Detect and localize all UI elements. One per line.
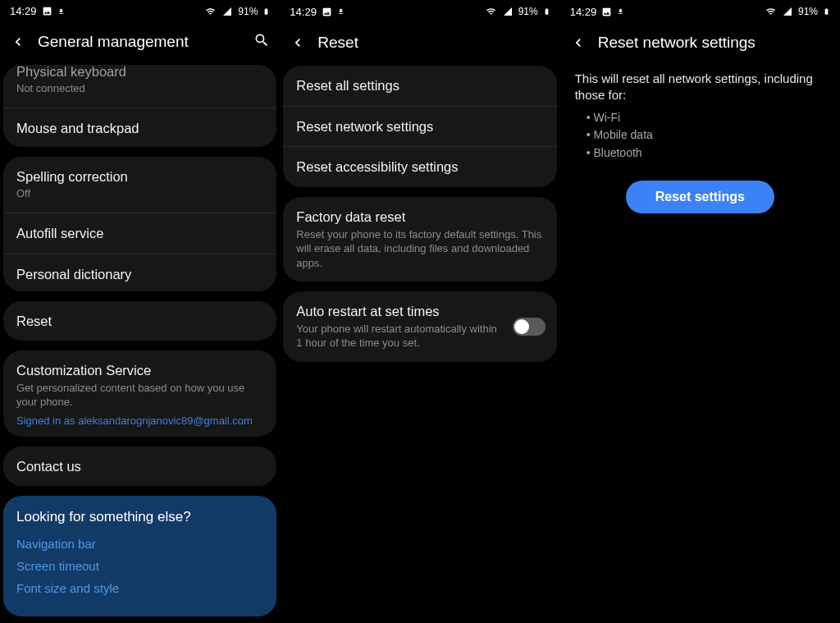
row-autofill-service[interactable]: Autofill service bbox=[3, 213, 276, 254]
row-contact-us[interactable]: Contact us bbox=[3, 447, 276, 486]
page-title: Reset bbox=[317, 34, 358, 52]
status-battery: 91% bbox=[238, 6, 258, 17]
screen-general-management: 14:29 91% General management Physical ke… bbox=[0, 0, 280, 623]
signal-icon bbox=[221, 7, 233, 16]
download-icon bbox=[57, 7, 65, 16]
list-item-wifi: Wi-Fi bbox=[587, 109, 825, 127]
status-bar: 14:29 91% bbox=[560, 0, 840, 23]
group-contact: Contact us bbox=[3, 447, 276, 486]
group-reset-options: Reset all settings Reset network setting… bbox=[283, 66, 556, 187]
reset-network-list: Wi-Fi Mobile data Bluetooth bbox=[587, 109, 825, 163]
image-icon bbox=[42, 6, 52, 16]
wifi-icon bbox=[204, 7, 217, 16]
link-font-size-style[interactable]: Font size and style bbox=[16, 581, 263, 595]
download-icon bbox=[617, 7, 624, 16]
app-header: Reset bbox=[280, 23, 559, 62]
list-item-bluetooth: Bluetooth bbox=[587, 144, 825, 163]
row-physical-keyboard[interactable]: Physical keyboard Not connected bbox=[3, 65, 276, 108]
back-icon[interactable] bbox=[10, 34, 26, 50]
link-screen-timeout[interactable]: Screen timeout bbox=[16, 559, 263, 573]
group-input-devices: Physical keyboard Not connected Mouse an… bbox=[3, 65, 276, 147]
status-time: 14:29 bbox=[290, 6, 317, 18]
group-reset: Reset bbox=[3, 301, 276, 341]
battery-icon bbox=[823, 6, 830, 17]
auto-restart-toggle[interactable] bbox=[513, 318, 546, 336]
battery-icon bbox=[543, 6, 550, 17]
looking-for-heading: Looking for something else? bbox=[16, 509, 263, 525]
download-icon bbox=[337, 7, 345, 16]
status-bar: 14:29 91% bbox=[0, 0, 280, 23]
row-spelling-correction[interactable]: Spelling correction Off bbox=[3, 157, 276, 213]
back-icon[interactable] bbox=[570, 34, 587, 51]
signal-icon bbox=[502, 7, 514, 16]
signed-in-link[interactable]: Signed in as aleksandarognjanovic89@gmai… bbox=[16, 415, 263, 427]
app-header: Reset network settings bbox=[560, 23, 840, 62]
search-button[interactable] bbox=[253, 32, 270, 52]
status-battery: 91% bbox=[798, 6, 818, 17]
link-navigation-bar[interactable]: Navigation bar bbox=[16, 537, 263, 551]
back-icon[interactable] bbox=[290, 34, 306, 51]
group-factory-reset: Factory data reset Reset your phone to i… bbox=[283, 197, 556, 282]
row-customization-service[interactable]: Customization Service Get personalized c… bbox=[3, 350, 276, 437]
status-time: 14:29 bbox=[10, 5, 37, 17]
row-personal-dictionary[interactable]: Personal dictionary bbox=[3, 254, 276, 292]
looking-for-panel: Looking for something else? Navigation b… bbox=[3, 496, 276, 616]
wifi-icon bbox=[485, 7, 497, 16]
group-customization: Customization Service Get personalized c… bbox=[3, 350, 276, 437]
battery-icon bbox=[262, 6, 270, 17]
signal-icon bbox=[782, 7, 793, 16]
search-icon bbox=[253, 32, 270, 48]
status-time: 14:29 bbox=[570, 6, 597, 18]
reset-network-body: This will reset all network settings, in… bbox=[560, 62, 840, 222]
screen-reset: 14:29 91% Reset Reset all settings Reset… bbox=[280, 0, 559, 623]
screen-reset-network: 14:29 91% Reset network settings This wi… bbox=[560, 0, 840, 623]
page-title: General management bbox=[38, 33, 189, 51]
image-icon bbox=[322, 7, 332, 17]
list-item-mobile-data: Mobile data bbox=[587, 126, 825, 144]
group-text-input: Spelling correction Off Autofill service… bbox=[3, 157, 276, 292]
row-reset[interactable]: Reset bbox=[3, 301, 276, 341]
row-reset-accessibility[interactable]: Reset accessibility settings bbox=[283, 147, 556, 187]
reset-network-lead: This will reset all network settings, in… bbox=[575, 71, 825, 104]
page-title: Reset network settings bbox=[598, 34, 756, 52]
row-mouse-trackpad[interactable]: Mouse and trackpad bbox=[3, 108, 276, 147]
row-factory-data-reset[interactable]: Factory data reset Reset your phone to i… bbox=[283, 197, 556, 282]
row-reset-network[interactable]: Reset network settings bbox=[283, 107, 556, 148]
app-header: General management bbox=[0, 23, 280, 62]
wifi-icon bbox=[765, 7, 777, 16]
group-auto-restart: Auto restart at set times Your phone wil… bbox=[283, 291, 556, 362]
row-auto-restart[interactable]: Auto restart at set times Your phone wil… bbox=[283, 291, 556, 362]
status-bar: 14:29 91% bbox=[280, 0, 559, 23]
status-battery: 91% bbox=[518, 6, 538, 17]
reset-settings-button[interactable]: Reset settings bbox=[626, 181, 774, 213]
row-reset-all[interactable]: Reset all settings bbox=[283, 66, 556, 107]
image-icon bbox=[601, 7, 612, 17]
